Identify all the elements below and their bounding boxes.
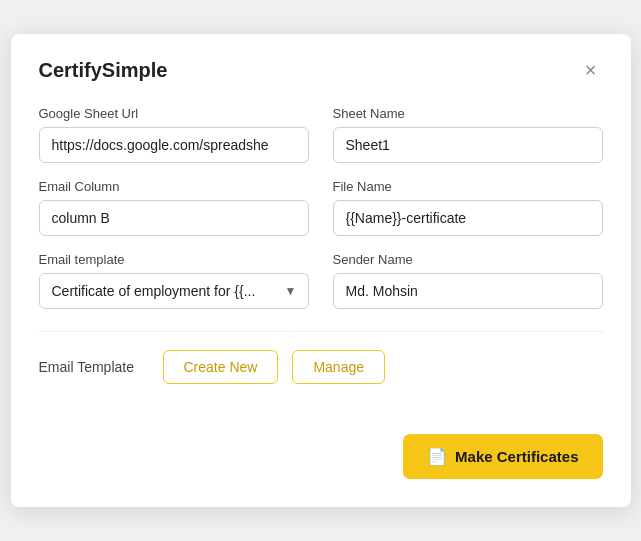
dialog-header: CertifySimple × [39, 58, 603, 82]
file-name-input[interactable] [333, 200, 603, 236]
footer-row: 📄 Make Certificates [39, 434, 603, 479]
sender-name-label: Sender Name [333, 252, 603, 267]
google-sheet-url-label: Google Sheet Url [39, 106, 309, 121]
email-template-section-label: Email Template [39, 359, 149, 375]
dialog-title: CertifySimple [39, 59, 168, 82]
main-dialog: CertifySimple × Google Sheet Url Sheet N… [11, 34, 631, 507]
email-template-group: Email template Certificate of employment… [39, 252, 309, 309]
make-certificates-button[interactable]: 📄 Make Certificates [403, 434, 602, 479]
file-name-group: File Name [333, 179, 603, 236]
sender-name-input[interactable] [333, 273, 603, 309]
email-column-input[interactable] [39, 200, 309, 236]
google-sheet-url-group: Google Sheet Url [39, 106, 309, 163]
sheet-name-label: Sheet Name [333, 106, 603, 121]
sheet-name-input[interactable] [333, 127, 603, 163]
email-template-select[interactable]: Certificate of employment for {{... [39, 273, 309, 309]
sender-name-group: Sender Name [333, 252, 603, 309]
email-column-label: Email Column [39, 179, 309, 194]
close-button[interactable]: × [579, 58, 603, 82]
email-column-group: Email Column [39, 179, 309, 236]
email-template-row: Email Template Create New Manage [39, 350, 603, 384]
manage-button[interactable]: Manage [292, 350, 385, 384]
form-grid: Google Sheet Url Sheet Name Email Column… [39, 106, 603, 309]
email-template-label: Email template [39, 252, 309, 267]
file-name-label: File Name [333, 179, 603, 194]
certificate-icon: 📄 [427, 447, 447, 466]
divider [39, 331, 603, 332]
make-certificates-label: Make Certificates [455, 448, 578, 465]
email-template-select-wrapper: Certificate of employment for {{... ▼ [39, 273, 309, 309]
create-new-button[interactable]: Create New [163, 350, 279, 384]
google-sheet-url-input[interactable] [39, 127, 309, 163]
sheet-name-group: Sheet Name [333, 106, 603, 163]
